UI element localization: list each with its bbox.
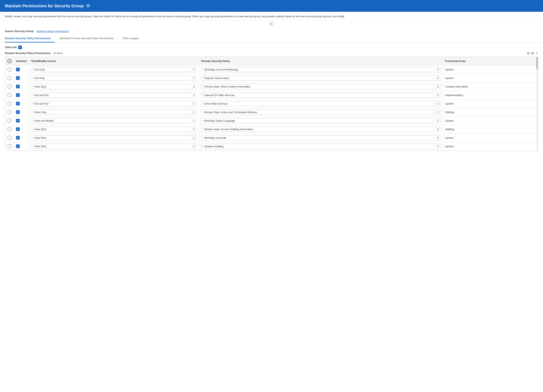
domain-policy-menu-icon[interactable]: ☰ xyxy=(436,145,439,148)
collapse-button[interactable]: ▲ xyxy=(269,22,274,26)
remove-row-button[interactable]: − xyxy=(7,144,12,148)
domain-policy-dots-icon[interactable]: ··· xyxy=(432,102,435,105)
domain-policy-clear-icon[interactable]: × xyxy=(202,85,204,88)
row-selected-checkbox[interactable] xyxy=(16,102,20,105)
domain-policy-clear-icon[interactable]: × xyxy=(202,102,204,105)
domain-policy-menu-icon[interactable]: ☰ xyxy=(436,102,439,105)
view-modify-menu-icon[interactable]: ☰ xyxy=(191,145,195,148)
domain-policy-menu-icon[interactable]: ☰ xyxy=(436,111,439,114)
source-security-group-value[interactable]: netskope-setup-permissions xyxy=(36,30,69,33)
scrollbar-track[interactable] xyxy=(536,57,538,151)
view-modify-field[interactable]: ×View Only☰ xyxy=(31,135,196,140)
domain-policy-clear-icon[interactable]: × xyxy=(202,94,204,97)
scrollbar-thumb[interactable] xyxy=(536,57,538,69)
row-selected-checkbox[interactable] xyxy=(16,127,20,131)
row-selected-checkbox[interactable] xyxy=(16,144,20,148)
view-modify-field[interactable]: ×View and Modify☰ xyxy=(31,118,196,123)
remove-row-button[interactable]: − xyxy=(7,127,12,131)
domain-policy-dots-icon[interactable]: ··· xyxy=(432,119,435,122)
tab-other-usages[interactable]: Other Usages xyxy=(123,35,143,42)
view-modify-clear-icon[interactable]: × xyxy=(32,85,34,88)
view-modify-clear-icon[interactable]: × xyxy=(32,111,34,114)
tab-business-process-security-policy-permissions[interactable]: Business Process Security Policy Permiss… xyxy=(60,35,118,42)
domain-policy-field[interactable]: ×Workday Account Monitoring···☰ xyxy=(201,67,441,72)
view-modify-menu-icon[interactable]: ☰ xyxy=(191,136,195,139)
view-modify-menu-icon[interactable]: ☰ xyxy=(191,111,195,114)
view-modify-menu-icon[interactable]: ☰ xyxy=(191,77,195,80)
remove-row-button[interactable]: − xyxy=(7,136,12,140)
view-modify-clear-icon[interactable]: × xyxy=(32,145,34,148)
row-selected-checkbox[interactable] xyxy=(16,119,20,122)
domain-policy-field[interactable]: ×Worker Data: Current Staffing Informati… xyxy=(201,127,441,132)
domain-policy-menu-icon[interactable]: ☰ xyxy=(436,77,439,80)
domain-policy-dots-icon[interactable]: ··· xyxy=(432,136,435,139)
domain-policy-field[interactable]: ×System Auditing···☰ xyxy=(201,144,441,149)
view-modify-menu-icon[interactable]: ☰ xyxy=(191,85,195,88)
domain-policy-dots-icon[interactable]: ··· xyxy=(432,128,435,131)
domain-policy-menu-icon[interactable]: ☰ xyxy=(436,119,439,122)
view-modify-menu-icon[interactable]: ☰ xyxy=(191,94,195,97)
add-row-button[interactable]: + xyxy=(7,59,12,63)
view-modify-menu-icon[interactable]: ☰ xyxy=(191,102,195,105)
view-modify-clear-icon[interactable]: × xyxy=(32,77,34,80)
view-modify-menu-icon[interactable]: ☰ xyxy=(191,68,195,71)
domain-policy-dots-icon[interactable]: ··· xyxy=(432,68,435,71)
domain-policy-field[interactable]: ×Special OX Web Services···☰ xyxy=(201,93,441,98)
domain-policy-field[interactable]: ×Reports: Drive Admin···☰ xyxy=(201,76,441,81)
domain-policy-clear-icon[interactable]: × xyxy=(202,111,204,114)
domain-policy-clear-icon[interactable]: × xyxy=(202,68,204,71)
view-modify-field[interactable]: ×Get and Put☰ xyxy=(31,101,196,106)
domain-policy-dots-icon[interactable]: ··· xyxy=(432,77,435,80)
columns-icon[interactable]: ⊞ xyxy=(531,51,534,55)
domain-policy-menu-icon[interactable]: ☰ xyxy=(436,136,439,139)
view-modify-clear-icon[interactable]: × xyxy=(32,136,34,139)
domain-policy-clear-icon[interactable]: × xyxy=(202,128,204,131)
remove-row-button[interactable]: − xyxy=(7,84,12,89)
view-modify-field[interactable]: ×View Only☰ xyxy=(31,110,196,115)
view-modify-menu-icon[interactable]: ☰ xyxy=(191,128,195,131)
domain-policy-dots-icon[interactable]: ··· xyxy=(432,85,435,88)
row-selected-checkbox[interactable] xyxy=(16,110,20,114)
domain-policy-field[interactable]: ×Workday Query Language···☰ xyxy=(201,118,441,123)
view-modify-menu-icon[interactable]: ☰ xyxy=(191,119,195,122)
view-modify-field[interactable]: ×Get and Put☰ xyxy=(31,93,196,98)
remove-row-button[interactable]: − xyxy=(7,93,12,97)
domain-policy-field[interactable]: ×Drive Web Services···☰ xyxy=(201,101,441,106)
row-selected-checkbox[interactable] xyxy=(16,93,20,97)
domain-policy-clear-icon[interactable]: × xyxy=(202,145,204,148)
domain-policy-field[interactable]: ×Worker Data: Active and Terminated Work… xyxy=(201,110,441,115)
row-selected-checkbox[interactable] xyxy=(16,85,20,88)
tab-domain-security-policy-permissions[interactable]: Domain Security Policy Permissions xyxy=(5,35,55,42)
domain-policy-dots-icon[interactable]: ··· xyxy=(432,145,435,148)
domain-policy-menu-icon[interactable]: ☰ xyxy=(436,94,439,97)
domain-policy-clear-icon[interactable]: × xyxy=(202,77,204,80)
remove-row-button[interactable]: − xyxy=(7,76,12,80)
domain-policy-menu-icon[interactable]: ☰ xyxy=(436,128,439,131)
domain-policy-field[interactable]: ×Workday Accounts···☰ xyxy=(201,135,441,140)
view-modify-clear-icon[interactable]: × xyxy=(32,94,34,97)
domain-policy-dots-icon[interactable]: ··· xyxy=(432,94,435,97)
view-modify-clear-icon[interactable]: × xyxy=(32,128,34,131)
expand-icon[interactable]: ⤢ xyxy=(536,51,538,55)
view-modify-field[interactable]: ×Get Only☰ xyxy=(31,76,196,81)
view-modify-clear-icon[interactable]: × xyxy=(32,102,34,105)
view-modify-field[interactable]: ×View Only☰ xyxy=(31,144,196,149)
filter-icon[interactable]: ⊟ xyxy=(527,51,530,55)
remove-row-button[interactable]: − xyxy=(7,110,12,114)
domain-policy-menu-icon[interactable]: ☰ xyxy=(436,68,439,71)
remove-row-button[interactable]: − xyxy=(7,67,12,72)
remove-row-button[interactable]: − xyxy=(7,101,12,106)
domain-policy-field[interactable]: ×Person Data: Work Contact Information··… xyxy=(201,84,441,89)
domain-policy-clear-icon[interactable]: × xyxy=(202,119,204,122)
row-selected-checkbox[interactable] xyxy=(16,68,20,71)
view-modify-field[interactable]: ×View Only☰ xyxy=(31,127,196,132)
view-modify-clear-icon[interactable]: × xyxy=(32,119,34,122)
domain-policy-menu-icon[interactable]: ☰ xyxy=(436,85,439,88)
domain-policy-clear-icon[interactable]: × xyxy=(202,136,204,139)
select-all-checkbox[interactable] xyxy=(18,45,22,49)
row-selected-checkbox[interactable] xyxy=(16,136,20,140)
view-modify-field[interactable]: ×View Only☰ xyxy=(31,84,196,89)
remove-row-button[interactable]: − xyxy=(7,118,12,123)
view-modify-field[interactable]: ×Get Only☰ xyxy=(31,67,196,72)
row-selected-checkbox[interactable] xyxy=(16,76,20,80)
